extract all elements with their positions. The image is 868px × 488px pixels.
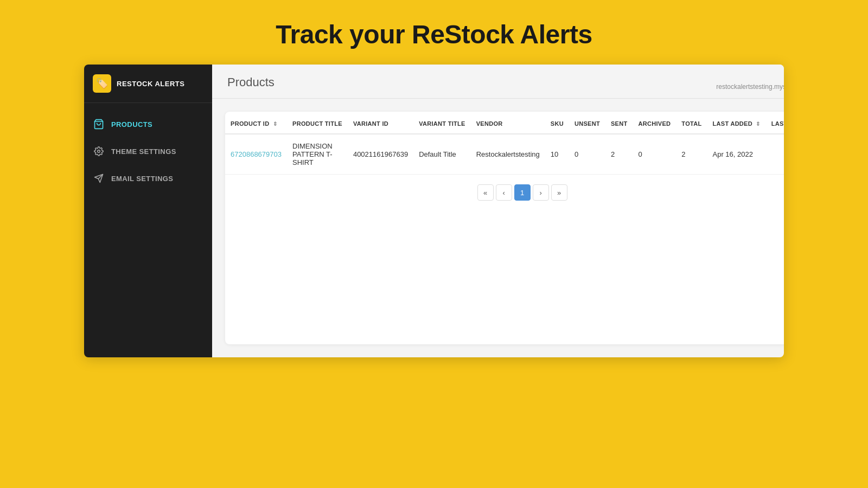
email-icon [93,172,105,184]
col-archived: ARCHIVED [633,112,676,134]
products-page-title: Products [227,75,275,89]
cell-last-added: Apr 16, 2022 [707,134,766,175]
gear-icon [93,145,105,157]
col-product-id-label: PRODUCT ID [231,120,269,127]
main-content: Products Welcome restockalertstesting.my… [212,65,784,357]
welcome-label: Welcome [716,74,784,83]
cell-product-title: DIMENSION PATTERN T-SHIRT [287,134,348,175]
product-id-link[interactable]: 6720868679703 [231,150,282,158]
col-variant-title-label: VARIANT TITLE [419,120,465,127]
products-table: PRODUCT ID ⇕ PRODUCT TITLE VARIANT ID VA… [225,112,784,175]
col-total: TOTAL [676,112,707,134]
page-title: Track your ReStock Alerts [276,0,592,65]
pagination-next-btn[interactable]: › [533,184,549,201]
col-vendor: VENDOR [471,112,545,134]
logo-emoji: 🏷️ [96,78,108,89]
cell-unsent: 0 [569,134,605,175]
pagination-current-btn[interactable]: 1 [514,184,531,201]
email-settings-nav-label: EMAIL SETTINGS [111,175,173,183]
table-header-row: PRODUCT ID ⇕ PRODUCT TITLE VARIANT ID VA… [225,112,784,134]
col-variant-id-label: VARIANT ID [353,120,388,127]
col-unsent-label: UNSENT [575,120,600,127]
col-unsent: UNSENT [569,112,605,134]
col-product-title-label: PRODUCT TITLE [292,120,342,127]
logo-icon: 🏷️ [93,74,111,93]
col-last-added[interactable]: LAST ADDED ⇕ [707,112,766,134]
products-nav-label: PRODUCTS [111,120,152,129]
cell-vendor: Restockalertstesting [471,134,545,175]
col-product-id[interactable]: PRODUCT ID ⇕ [225,112,287,134]
col-sku: SKU [545,112,569,134]
store-url: restockalertstesting.myshopify.com [716,83,784,91]
col-vendor-label: VENDOR [476,120,503,127]
main-header: Products Welcome restockalertstesting.my… [212,65,784,99]
cell-product-id: 6720868679703 [225,134,287,175]
cell-total: 2 [676,134,707,175]
sort-product-id-icon: ⇕ [273,121,277,127]
col-total-label: TOTAL [681,120,701,127]
cell-sku: 10 [545,134,569,175]
sidebar-item-products[interactable]: PRODUCTS [84,112,212,137]
cart-icon [93,118,105,130]
products-table-card: PRODUCT ID ⇕ PRODUCT TITLE VARIANT ID VA… [225,112,784,344]
sidebar-nav: PRODUCTS THEME SETTINGS [84,103,212,200]
sidebar-logo-text: RESTOCK ALERTS [117,80,184,88]
col-sent: SENT [605,112,633,134]
app-container: 🏷️ RESTOCK ALERTS PRODUCTS [84,65,784,357]
sidebar-item-theme-settings[interactable]: THEME SETTINGS [84,139,212,164]
cell-variant-title: Default Title [413,134,471,175]
col-sent-label: SENT [611,120,628,127]
col-last-added-label: LAST ADDED [713,120,752,127]
col-last-sent[interactable]: LAST SENT ⇕ [766,112,784,134]
col-variant-id: VARIANT ID [348,112,413,134]
col-variant-title: VARIANT TITLE [413,112,471,134]
col-archived-label: ARCHIVED [639,120,671,127]
sidebar-logo: 🏷️ RESTOCK ALERTS [84,65,212,103]
pagination: « ‹ 1 › » [225,175,784,209]
pagination-last-btn[interactable]: » [551,184,567,201]
table-row: 6720868679703 DIMENSION PATTERN T-SHIRT … [225,134,784,175]
cell-last-sent [766,134,784,175]
cell-sent: 2 [605,134,633,175]
col-product-title: PRODUCT TITLE [287,112,348,134]
sidebar: 🏷️ RESTOCK ALERTS PRODUCTS [84,65,212,357]
svg-point-1 [98,150,100,153]
sort-last-added-icon: ⇕ [756,121,760,127]
col-last-sent-label: LAST SENT [771,120,784,127]
welcome-block: Welcome restockalertstesting.myshopify.c… [716,74,784,91]
theme-settings-nav-label: THEME SETTINGS [111,147,176,156]
col-sku-label: SKU [551,120,564,127]
pagination-first-btn[interactable]: « [477,184,494,201]
sidebar-item-email-settings[interactable]: EMAIL SETTINGS [84,166,212,191]
pagination-prev-btn[interactable]: ‹ [496,184,512,201]
cell-variant-id: 40021161967639 [348,134,413,175]
cell-archived: 0 [633,134,676,175]
